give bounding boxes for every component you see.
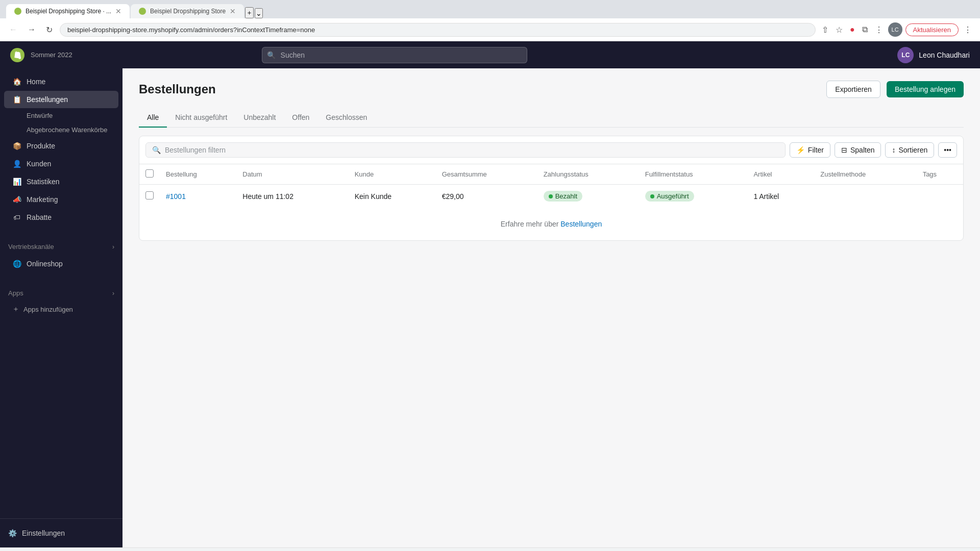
update-button[interactable]: Aktualisieren <box>905 23 959 36</box>
order-zahlungsstatus: Bezahlt <box>537 185 639 208</box>
shopify-search[interactable]: 🔍 <box>262 47 527 63</box>
opera-icon[interactable]: ● <box>848 23 857 36</box>
tabs-dropdown-button[interactable]: ⌄ <box>255 8 263 18</box>
sidebar-item-kunden[interactable]: 👤 Kunden <box>4 155 118 172</box>
sidebar-item-onlineshop[interactable]: 🌐 Onlineshop <box>4 255 118 272</box>
tab-offen[interactable]: Offen <box>284 108 317 128</box>
address-text: beispiel-dropshipping-store.myshopify.co… <box>67 26 315 34</box>
tab-unbezahlt[interactable]: Unbezahlt <box>235 108 284 128</box>
sidebar-item-home[interactable]: 🏠 Home <box>4 73 118 90</box>
browser-profile: LC <box>888 22 902 37</box>
apps-add-button[interactable]: ＋ Apps hinzufügen <box>4 302 118 317</box>
tab-close-active[interactable]: ✕ <box>115 7 121 15</box>
sidebar-item-produkte[interactable]: 📦 Produkte <box>4 137 118 155</box>
order-datum: Heute um 11:02 <box>236 185 348 208</box>
col-artikel: Artikel <box>747 164 814 185</box>
apps-add-label: Apps hinzufügen <box>23 306 73 313</box>
store-season: Sommer 2022 <box>31 51 72 59</box>
fulfillment-status-badge: Ausgeführt <box>645 191 694 202</box>
info-text-container: Erfahre mehr über Bestellungen <box>139 208 963 240</box>
info-link[interactable]: Bestellungen <box>560 220 602 228</box>
filter-button[interactable]: ⚡ Filter <box>790 142 830 158</box>
fulfillment-status-dot <box>650 194 654 198</box>
extensions-icon[interactable]: ⧉ <box>860 23 870 36</box>
sidebar-bestellungen-label: Bestellungen <box>27 95 68 104</box>
order-id-link[interactable]: #1001 <box>166 192 186 201</box>
columns-label: Spalten <box>850 146 874 154</box>
apps-header[interactable]: Apps › <box>0 285 122 301</box>
apps-label: Apps <box>8 289 23 297</box>
more-actions-button[interactable]: ••• <box>938 142 957 158</box>
plus-icon: ＋ <box>12 305 19 314</box>
col-kunde: Kunde <box>349 164 436 185</box>
bookmark-icon[interactable]: ☆ <box>834 23 845 37</box>
orders-icon: 📋 <box>12 95 21 104</box>
tab-label-active: Beispiel Dropshipping Store · ... <box>26 8 111 15</box>
tab-geschlossen[interactable]: Geschlossen <box>317 108 375 128</box>
table-toolbar: 🔍 ⚡ Filter ⊟ Spalten ↕ Sortieren <box>139 136 963 164</box>
sidebar-item-bestellungen[interactable]: 📋 Bestellungen <box>4 91 118 108</box>
new-tab-button[interactable]: ＋ <box>245 7 254 18</box>
share-icon[interactable]: ⇧ <box>820 23 830 37</box>
vertriebskanale-header[interactable]: Vertriebskanäle › <box>0 239 122 255</box>
order-fulfillmentstatus: Ausgeführt <box>639 185 748 208</box>
tab-nicht-ausgefuhrt[interactable]: Nicht ausgeführt <box>167 108 235 128</box>
row-checkbox[interactable] <box>145 191 154 199</box>
back-button[interactable]: ← <box>6 23 20 36</box>
sidebar-rabatte-label: Rabatte <box>27 213 52 221</box>
stats-icon: 📊 <box>12 177 21 186</box>
shopify-user: LC Leon Chaudhari <box>897 47 970 63</box>
apps-chevron-icon: › <box>112 290 114 297</box>
sort-button[interactable]: ↕ Sortieren <box>885 142 934 158</box>
col-fulfillmentstatus: Fulfillmentstatus <box>639 164 748 185</box>
fulfillment-status-label: Ausgeführt <box>657 192 689 200</box>
orders-table: Bestellung Datum Kunde Gesamtsumme Zahlu… <box>139 164 963 208</box>
orders-table-card: 🔍 ⚡ Filter ⊟ Spalten ↕ Sortieren <box>139 136 964 241</box>
products-icon: 📦 <box>12 141 21 151</box>
sidebar-item-entwerfe[interactable]: Entwürfe <box>4 109 118 122</box>
new-order-button[interactable]: Bestellung anlegen <box>887 81 964 97</box>
col-zustellmethode: Zustellmethode <box>814 164 916 185</box>
sidebar-item-rabatte[interactable]: 🏷 Rabatte <box>4 209 118 226</box>
browser-tab-active[interactable]: Beispiel Dropshipping Store · ... ✕ <box>6 4 130 18</box>
address-bar[interactable]: beispiel-dropshipping-store.myshopify.co… <box>60 23 816 37</box>
sort-icon: ↕ <box>892 146 895 154</box>
user-avatar: LC <box>897 47 914 63</box>
sidebar-item-statistiken[interactable]: 📊 Statistiken <box>4 173 118 190</box>
customers-icon: 👤 <box>12 159 21 168</box>
order-tags <box>917 185 963 208</box>
filter-search-container[interactable]: 🔍 <box>145 142 786 158</box>
tab-favicon-active <box>14 8 21 15</box>
main-content: Bestellungen Exportieren Bestellung anle… <box>122 68 980 547</box>
header-actions: Exportieren Bestellung anlegen <box>826 81 964 98</box>
order-zustellmethode <box>814 185 916 208</box>
menu-icon[interactable]: ⋮ <box>873 23 885 37</box>
columns-button[interactable]: ⊟ Spalten <box>835 142 881 158</box>
search-input[interactable] <box>262 47 527 63</box>
shopify-logo-icon <box>10 48 24 62</box>
col-bestellung: Bestellung <box>160 164 236 185</box>
order-gesamtsumme: €29,00 <box>436 185 537 208</box>
sidebar-item-marketing[interactable]: 📣 Marketing <box>4 191 118 208</box>
sidebar-item-settings[interactable]: ⚙️ Einstellungen <box>0 525 122 541</box>
tab-alle[interactable]: Alle <box>139 108 167 128</box>
select-all-checkbox[interactable] <box>145 169 154 178</box>
payment-status-badge: Bezahlt <box>544 191 582 202</box>
reload-button[interactable]: ↻ <box>43 23 56 37</box>
sidebar-produkte-label: Produkte <box>27 142 55 150</box>
export-button[interactable]: Exportieren <box>826 81 880 98</box>
browser-tab-inactive[interactable]: Beispiel Dropshipping Store ✕ <box>131 4 244 18</box>
filter-label: Filter <box>808 146 824 154</box>
sidebar-item-warenkörbe[interactable]: Abgebrochene Warenkörbe <box>4 123 118 137</box>
sort-label: Sortieren <box>898 146 927 154</box>
order-artikel: 1 Artikel <box>747 185 814 208</box>
sidebar-warenkörbe-label: Abgebrochene Warenkörbe <box>27 126 108 134</box>
col-zahlungsstatus: Zahlungsstatus <box>537 164 639 185</box>
marketing-icon: 📣 <box>12 195 21 204</box>
col-gesamtsumme: Gesamtsumme <box>436 164 537 185</box>
tab-label-inactive: Beispiel Dropshipping Store <box>150 8 226 15</box>
more-options-icon[interactable]: ⋮ <box>962 23 974 37</box>
tab-close-inactive[interactable]: ✕ <box>230 7 236 15</box>
forward-button[interactable]: → <box>24 23 39 36</box>
filter-search-input[interactable] <box>165 146 779 154</box>
